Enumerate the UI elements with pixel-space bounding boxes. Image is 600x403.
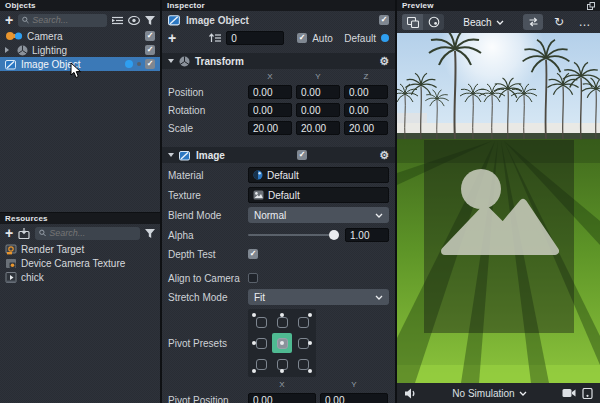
pivot-preset-bottom-center[interactable] <box>272 354 292 374</box>
depth-test-checkbox[interactable]: ✓ <box>248 249 258 259</box>
resource-item-device-camera-texture[interactable]: Device Camera Texture <box>0 256 160 270</box>
devices-icon <box>407 17 419 28</box>
resource-item-chick[interactable]: chick <box>0 270 160 284</box>
slider-knob[interactable] <box>329 230 339 240</box>
preview-panel-title: Preview <box>402 0 434 11</box>
material-label: Material <box>168 170 248 181</box>
image-object-enabled-checkbox[interactable]: ✓ <box>145 59 155 69</box>
hierarchy-icon[interactable] <box>112 16 123 25</box>
pivot-position-x-input[interactable] <box>248 393 316 403</box>
chevron-down-icon <box>496 20 504 25</box>
stretch-mode-dropdown[interactable]: Fit <box>248 289 389 305</box>
collapse-chevron-icon[interactable] <box>168 153 174 157</box>
rotation-y-input[interactable] <box>296 103 340 117</box>
pivot-preset-middle-right[interactable] <box>293 333 313 353</box>
tree-item-camera[interactable]: Camera ✓ <box>0 29 160 43</box>
axis-headers: X Y Z <box>248 72 395 81</box>
pivot-preset-center-selected[interactable] <box>272 333 292 353</box>
default-state-dot[interactable] <box>381 34 389 42</box>
collapse-chevron-icon[interactable] <box>168 59 174 63</box>
image-enabled-checkbox[interactable]: ✓ <box>297 150 307 160</box>
tree-item-lighting[interactable]: Lighting ✓ <box>0 43 160 57</box>
position-x-input[interactable] <box>248 85 292 99</box>
scale-z-input[interactable] <box>344 121 388 135</box>
resources-search[interactable] <box>35 227 140 240</box>
image-object-overlay[interactable] <box>424 140 574 333</box>
simulation-dropdown[interactable]: No Simulation <box>423 388 556 399</box>
depth-test-label: Depth Test <box>168 249 248 260</box>
snapshot-button[interactable] <box>582 388 593 399</box>
resources-search-input[interactable] <box>49 228 136 238</box>
object-enabled-checkbox[interactable]: ✓ <box>379 15 389 25</box>
material-field[interactable]: Default <box>248 167 389 183</box>
blend-mode-value: Normal <box>254 210 286 221</box>
reset-view-button[interactable]: ↻ <box>549 14 569 30</box>
transform-section-header[interactable]: Transform ⚙ <box>162 53 395 69</box>
audio-mute-button[interactable] <box>404 388 417 399</box>
resource-item-render-target[interactable]: Render Target <box>0 242 160 256</box>
blend-mode-dropdown[interactable]: Normal <box>248 207 389 223</box>
order-input[interactable] <box>226 31 284 45</box>
objects-panel-header: Objects <box>0 0 160 11</box>
position-z-input[interactable] <box>344 85 388 99</box>
camera-enabled-checkbox[interactable]: ✓ <box>145 31 155 41</box>
order-priority-icon[interactable] <box>209 33 221 43</box>
pivot-preset-top-center[interactable] <box>272 312 292 332</box>
pivot-preset-bottom-left[interactable] <box>251 354 271 374</box>
objects-search-input[interactable] <box>32 15 103 25</box>
preview-viewport[interactable] <box>397 33 600 383</box>
texture-field[interactable]: Default <box>248 187 389 203</box>
pivot-preset-middle-left[interactable] <box>251 333 271 353</box>
resources-panel-title: Resources <box>5 213 48 224</box>
align-to-camera-checkbox[interactable] <box>248 273 258 283</box>
pivot-preset-top-right[interactable] <box>293 312 313 332</box>
axis-y-label: Y <box>296 72 340 81</box>
alpha-label: Alpha <box>168 230 248 241</box>
popout-window-icon[interactable] <box>587 2 595 10</box>
sync-arrows-icon <box>528 17 539 27</box>
visibility-dot-indicator[interactable] <box>125 60 133 68</box>
add-object-button[interactable]: + <box>5 14 13 26</box>
sync-scene-button[interactable] <box>523 14 543 30</box>
alpha-value-input[interactable] <box>345 228 389 242</box>
scale-y-input[interactable] <box>296 121 340 135</box>
pivot-preset-top-left[interactable] <box>251 312 271 332</box>
depth-test-row: Depth Test ✓ <box>162 247 395 261</box>
rotation-x-input[interactable] <box>248 103 292 117</box>
device-preview-button[interactable] <box>402 14 423 30</box>
record-video-button[interactable] <box>562 388 576 398</box>
alpha-slider[interactable] <box>248 227 339 243</box>
filter-icon[interactable] <box>145 229 155 238</box>
filter-icon[interactable] <box>145 16 155 25</box>
tree-item-image-object[interactable]: Image Object ✓ <box>0 57 160 71</box>
more-options-button[interactable]: … <box>575 14 595 30</box>
import-icon[interactable] <box>18 228 30 239</box>
gear-icon[interactable]: ⚙ <box>379 56 389 67</box>
lighting-enabled-checkbox[interactable]: ✓ <box>145 45 155 55</box>
scale-x-input[interactable] <box>248 121 292 135</box>
image-section-header[interactable]: Image ✓ ⚙ <box>162 147 395 163</box>
preview-bottom-bar: No Simulation <box>397 383 600 403</box>
objects-search[interactable] <box>18 14 107 27</box>
pivot-axis-y-label: Y <box>320 380 388 389</box>
visibility-eye-icon[interactable] <box>128 16 140 25</box>
add-component-button[interactable]: + <box>168 32 176 44</box>
auto-checkbox[interactable]: ✓ <box>297 33 307 43</box>
pivot-position-y-input[interactable] <box>320 393 388 403</box>
video-file-icon <box>5 272 17 283</box>
align-to-camera-label: Align to Camera <box>168 273 248 284</box>
image-object-icon <box>168 14 181 26</box>
rotation-z-input[interactable] <box>344 103 388 117</box>
add-resource-button[interactable]: + <box>5 227 13 239</box>
objects-panel-title: Objects <box>5 0 36 11</box>
webcam-preview-button[interactable] <box>423 14 444 30</box>
resources-section: Resources + <box>0 212 160 403</box>
material-value: Default <box>267 170 299 181</box>
gear-icon[interactable]: ⚙ <box>379 150 389 161</box>
inspector-object-row: Image Object ✓ <box>162 13 395 27</box>
pivot-preset-bottom-right[interactable] <box>293 354 313 374</box>
scene-selector-dropdown[interactable]: Beach <box>450 17 517 28</box>
resources-toolbar: + <box>0 224 160 242</box>
position-y-input[interactable] <box>296 85 340 99</box>
expand-chevron-icon[interactable] <box>5 47 13 53</box>
